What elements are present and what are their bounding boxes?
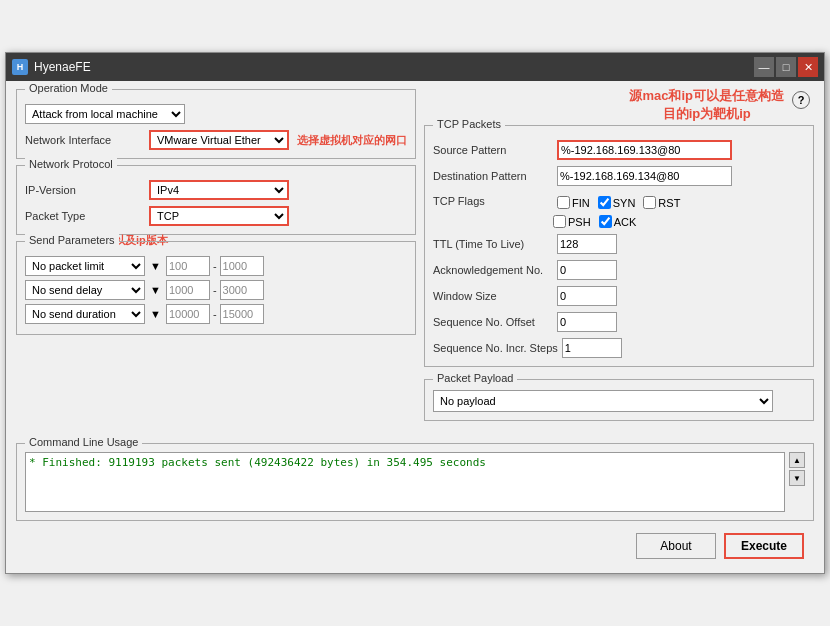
flag-syn: SYN <box>598 196 636 209</box>
flag-rst: RST <box>643 196 680 209</box>
source-pattern-input[interactable] <box>557 140 732 160</box>
network-annotation: 选择虚拟机对应的网口 <box>297 133 407 148</box>
send-params-rows: No packet limit ▼ - No send delay <box>25 256 407 324</box>
ttl-input[interactable] <box>557 234 617 254</box>
command-line-group: Command Line Usage * Finished: 9119193 p… <box>16 443 814 521</box>
ip-version-select[interactable]: IPv4 IPv6 <box>149 180 289 200</box>
right-panel: 源mac和ip可以是任意构造 目的ip为靶机ip ? TCP Packets S… <box>424 89 814 421</box>
window-size-label: Window Size <box>433 290 553 302</box>
scrollbar: ▲ ▼ <box>789 452 805 512</box>
send-duration-max[interactable] <box>220 304 264 324</box>
tcp-flags-label: TCP Flags <box>433 195 553 207</box>
send-delay-select[interactable]: No send delay <box>25 280 145 300</box>
packet-limit-max[interactable] <box>220 256 264 276</box>
dest-pattern-input[interactable] <box>557 166 732 186</box>
flag-ack-label: ACK <box>614 216 637 228</box>
seq-steps-input[interactable] <box>562 338 622 358</box>
close-button[interactable]: ✕ <box>798 57 818 77</box>
network-protocol-group: Network Protocol IP-Version IPv4 IPv6 Pa… <box>16 165 416 235</box>
execute-button[interactable]: Execute <box>724 533 804 559</box>
window-size-row: Window Size <box>433 286 805 306</box>
ack-row: Acknowledgement No. <box>433 260 805 280</box>
tcp-flags-checkboxes2: PSH ACK <box>553 215 636 228</box>
packet-payload-group: Packet Payload No payload <box>424 379 814 421</box>
tcp-packets-title: TCP Packets <box>433 118 505 130</box>
command-line-title: Command Line Usage <box>25 436 142 448</box>
packet-type-row: Packet Type TCP UDP ICMP <box>25 206 407 226</box>
seq-steps-row: Sequence No. Incr. Steps <box>433 338 805 358</box>
maximize-button[interactable]: □ <box>776 57 796 77</box>
operation-mode-title: Operation Mode <box>25 82 112 94</box>
help-button-container: ? <box>792 91 810 109</box>
command-content: * Finished: 9119193 packets sent (492436… <box>25 452 805 512</box>
scroll-down-button[interactable]: ▼ <box>789 470 805 486</box>
sep2: ▼ <box>150 284 161 296</box>
network-protocol-title: Network Protocol <box>25 158 117 170</box>
payload-row: No payload <box>433 390 805 412</box>
flag-fin-checkbox[interactable] <box>557 196 570 209</box>
window-title: HyenaeFE <box>34 60 754 74</box>
packet-payload-title: Packet Payload <box>433 372 517 384</box>
flag-syn-checkbox[interactable] <box>598 196 611 209</box>
seq-offset-label: Sequence No. Offset <box>433 316 553 328</box>
window-controls: — □ ✕ <box>754 57 818 77</box>
title-bar: H HyenaeFE — □ ✕ <box>6 53 824 81</box>
send-param-row-3: No send duration ▼ - <box>25 304 407 324</box>
window-size-input[interactable] <box>557 286 617 306</box>
packet-limit-select[interactable]: No packet limit <box>25 256 145 276</box>
payload-select[interactable]: No payload <box>433 390 773 412</box>
network-interface-select[interactable]: VMware Virtual Ether <box>149 130 289 150</box>
sep3: ▼ <box>150 308 161 320</box>
dest-pattern-row: Destination Pattern <box>433 166 805 186</box>
ttl-label: TTL (Time To Live) <box>433 238 553 250</box>
seq-steps-label: Sequence No. Incr. Steps <box>433 342 558 354</box>
send-delay-min[interactable] <box>166 280 210 300</box>
send-parameters-title: Send Parameters <box>25 234 119 246</box>
packet-type-select[interactable]: TCP UDP ICMP <box>149 206 289 226</box>
seq-offset-row: Sequence No. Offset <box>433 312 805 332</box>
minimize-button[interactable]: — <box>754 57 774 77</box>
ip-version-row: IP-Version IPv4 IPv6 <box>25 180 407 200</box>
flag-syn-label: SYN <box>613 197 636 209</box>
send-delay-max[interactable] <box>220 280 264 300</box>
window-body: Operation Mode Attack from local machine… <box>6 81 824 573</box>
flag-fin: FIN <box>557 196 590 209</box>
flag-psh-checkbox[interactable] <box>553 215 566 228</box>
tcp-flags-checkboxes: FIN SYN RST <box>557 196 680 209</box>
send-param-row-2: No send delay ▼ - <box>25 280 407 300</box>
sep1: ▼ <box>150 260 161 272</box>
tcp-packets-group: TCP Packets Source Pattern Destination P… <box>424 125 814 367</box>
dash2: - <box>213 284 217 296</box>
dest-pattern-label: Destination Pattern <box>433 170 553 182</box>
flag-rst-label: RST <box>658 197 680 209</box>
ack-input[interactable] <box>557 260 617 280</box>
flag-rst-checkbox[interactable] <box>643 196 656 209</box>
about-button[interactable]: About <box>636 533 716 559</box>
operation-mode-group: Operation Mode Attack from local machine… <box>16 89 416 159</box>
ip-version-label: IP-Version <box>25 184 145 196</box>
source-pattern-label: Source Pattern <box>433 144 553 156</box>
ack-label: Acknowledgement No. <box>433 264 553 276</box>
ttl-row: TTL (Time To Live) <box>433 234 805 254</box>
source-pattern-row: Source Pattern <box>433 140 805 160</box>
bottom-bar: About Execute <box>16 527 814 565</box>
network-interface-row: Network Interface VMware Virtual Ether 选… <box>25 130 407 150</box>
send-parameters-group: Send Parameters No packet limit ▼ - <box>16 241 416 335</box>
app-icon: H <box>12 59 28 75</box>
flag-psh-label: PSH <box>568 216 591 228</box>
send-param-row-1: No packet limit ▼ - <box>25 256 407 276</box>
attack-mode-row: Attack from local machine <box>25 104 407 124</box>
flag-ack: ACK <box>599 215 637 228</box>
flag-fin-label: FIN <box>572 197 590 209</box>
send-duration-min[interactable] <box>166 304 210 324</box>
seq-offset-input[interactable] <box>557 312 617 332</box>
network-interface-label: Network Interface <box>25 134 145 146</box>
flag-ack-checkbox[interactable] <box>599 215 612 228</box>
send-duration-select[interactable]: No send duration <box>25 304 145 324</box>
attack-mode-select[interactable]: Attack from local machine <box>25 104 185 124</box>
dash1: - <box>213 260 217 272</box>
packet-type-label: Packet Type <box>25 210 145 222</box>
scroll-up-button[interactable]: ▲ <box>789 452 805 468</box>
packet-limit-min[interactable] <box>166 256 210 276</box>
help-button[interactable]: ? <box>792 91 810 109</box>
